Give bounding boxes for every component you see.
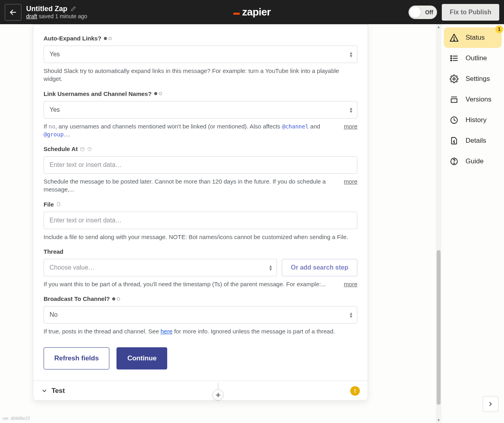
publish-button[interactable]: Fix to Publish	[442, 4, 499, 21]
toggle-knob	[410, 7, 421, 18]
draft-link[interactable]: draft	[26, 13, 37, 19]
toggle-label: Off	[425, 9, 433, 15]
zapier-logo: zapier	[233, 6, 271, 18]
zap-on-off-toggle[interactable]: Off	[409, 6, 437, 19]
app-header: Untitled Zap draft saved 1 minute ago za…	[0, 0, 504, 24]
pencil-icon[interactable]	[71, 6, 76, 11]
zap-title[interactable]: Untitled Zap	[26, 4, 67, 13]
back-button[interactable]	[5, 4, 21, 21]
logo-bar-icon	[233, 13, 240, 15]
save-status: draft saved 1 minute ago	[26, 13, 87, 20]
title-block: Untitled Zap draft saved 1 minute ago	[26, 4, 87, 20]
arrow-left-icon	[9, 8, 17, 16]
